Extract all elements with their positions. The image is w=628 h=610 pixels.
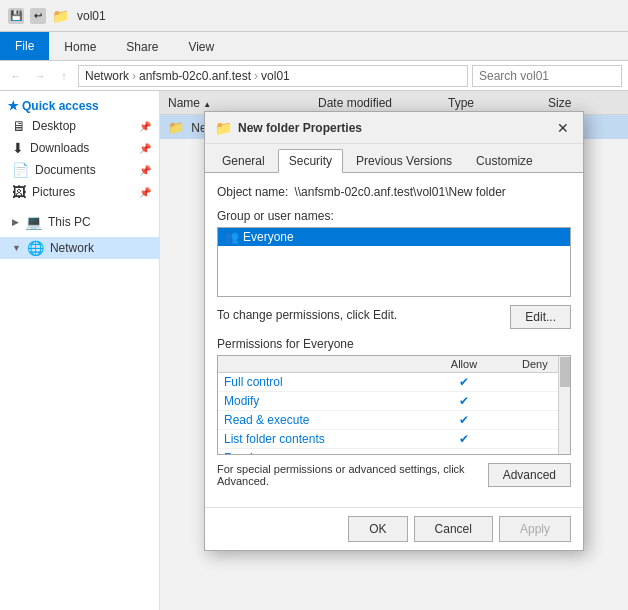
- group-users-label: Group or user names:: [217, 209, 571, 223]
- network-icon: 🌐: [27, 240, 44, 256]
- ribbon-tabs: File Home Share View: [0, 32, 628, 60]
- sidebar-thispc-label: This PC: [48, 215, 91, 229]
- pin-icon-documents: 📌: [139, 165, 151, 176]
- perm-allow-fullcontrol: ✔: [428, 373, 499, 392]
- table-row: Modify ✔: [218, 392, 570, 411]
- pin-icon-downloads: 📌: [139, 143, 151, 154]
- tab-home[interactable]: Home: [49, 32, 111, 60]
- sidebar-item-pictures[interactable]: 🖼 Pictures 📌: [0, 181, 159, 203]
- pin-icon-desktop: 📌: [139, 121, 151, 132]
- main-area: ✭ Quick access 🖥 Desktop 📌 ⬇ Downloads 📌…: [0, 91, 628, 610]
- sidebar-pictures-label: Pictures: [32, 185, 75, 199]
- edit-button[interactable]: Edit...: [510, 305, 571, 329]
- sidebar-item-network[interactable]: ▼ 🌐 Network: [0, 237, 159, 259]
- properties-dialog: 📁 New folder Properties ✕ General Securi…: [204, 111, 584, 551]
- perm-col-allow: Allow: [428, 356, 499, 373]
- check-icon: ✔: [459, 413, 469, 427]
- check-icon: ✔: [459, 375, 469, 389]
- tab-security[interactable]: Security: [278, 149, 343, 173]
- sidebar-network-label: Network: [50, 241, 94, 255]
- tab-view[interactable]: View: [173, 32, 229, 60]
- sidebar-group-quick-access: ✭ Quick access: [0, 95, 159, 115]
- tab-customize[interactable]: Customize: [465, 149, 544, 173]
- save-icon[interactable]: 💾: [8, 8, 24, 24]
- permissions-label: Permissions for Everyone: [217, 337, 571, 351]
- thispc-expand-icon: ▶: [12, 217, 19, 227]
- dialog-footer: OK Cancel Apply: [205, 507, 583, 550]
- dialog-overlay: 📁 New folder Properties ✕ General Securi…: [160, 91, 628, 610]
- apply-button[interactable]: Apply: [499, 516, 571, 542]
- perm-allow-listfolder: ✔: [428, 430, 499, 449]
- table-row: Full control ✔: [218, 373, 570, 392]
- sidebar-item-documents[interactable]: 📄 Documents 📌: [0, 159, 159, 181]
- window-title: vol01: [77, 9, 106, 23]
- user-item-label: Everyone: [243, 230, 294, 244]
- table-row: List folder contents ✔: [218, 430, 570, 449]
- tab-general[interactable]: General: [211, 149, 276, 173]
- dialog-titlebar: 📁 New folder Properties ✕: [205, 112, 583, 144]
- search-input[interactable]: [472, 65, 622, 87]
- perm-col-name: [218, 356, 428, 373]
- table-row: Read ✔: [218, 449, 570, 456]
- perm-name-modify: Modify: [218, 392, 428, 411]
- perm-name-readexecute: Read & execute: [218, 411, 428, 430]
- scrollbar-track[interactable]: [558, 356, 570, 454]
- desktop-icon: 🖥: [12, 118, 26, 134]
- permissions-section: Permissions for Everyone Allow Deny: [217, 337, 571, 487]
- dialog-folder-icon: 📁: [215, 120, 232, 136]
- address-part-network: Network: [85, 69, 129, 83]
- user-list-box[interactable]: 👥 Everyone: [217, 227, 571, 297]
- sidebar-item-downloads[interactable]: ⬇ Downloads 📌: [0, 137, 159, 159]
- title-bar-icons: 💾 ↩ 📁: [8, 8, 69, 24]
- undo-icon[interactable]: ↩: [30, 8, 46, 24]
- perm-allow-readexecute: ✔: [428, 411, 499, 430]
- dialog-close-button[interactable]: ✕: [553, 118, 573, 138]
- network-expand-icon: ▼: [12, 243, 21, 253]
- folder-title-icon: 📁: [52, 8, 69, 24]
- pictures-icon: 🖼: [12, 184, 26, 200]
- scrollbar-thumb: [560, 357, 570, 387]
- check-icon: ✔: [459, 394, 469, 408]
- tab-file[interactable]: File: [0, 32, 49, 60]
- cancel-button[interactable]: Cancel: [414, 516, 493, 542]
- perm-name-fullcontrol: Full control: [218, 373, 428, 392]
- sidebar-item-desktop[interactable]: 🖥 Desktop 📌: [0, 115, 159, 137]
- tab-previous-versions[interactable]: Previous Versions: [345, 149, 463, 173]
- nav-back[interactable]: ←: [6, 66, 26, 86]
- title-bar: 💾 ↩ 📁 vol01: [0, 0, 628, 32]
- permissions-table: Allow Deny Full control ✔: [218, 356, 570, 455]
- sidebar: ✭ Quick access 🖥 Desktop 📌 ⬇ Downloads 📌…: [0, 91, 160, 610]
- sidebar-desktop-label: Desktop: [32, 119, 76, 133]
- check-icon: ✔: [459, 451, 469, 455]
- nav-up[interactable]: ↑: [54, 66, 74, 86]
- perm-allow-read: ✔: [428, 449, 499, 456]
- perm-allow-modify: ✔: [428, 392, 499, 411]
- thispc-icon: 💻: [25, 214, 42, 230]
- edit-message: To change permissions, click Edit.: [217, 308, 397, 322]
- address-bar: ← → ↑ Network › anfsmb-02c0.anf.test › v…: [0, 61, 628, 91]
- object-name-label: Object name:: [217, 185, 288, 199]
- sidebar-item-thispc[interactable]: ▶ 💻 This PC: [0, 211, 159, 233]
- sidebar-documents-label: Documents: [35, 163, 96, 177]
- downloads-icon: ⬇: [12, 140, 24, 156]
- tab-share[interactable]: Share: [111, 32, 173, 60]
- perm-name-listfolder: List folder contents: [218, 430, 428, 449]
- permissions-table-wrapper: Allow Deny Full control ✔: [217, 355, 571, 455]
- quick-access-icon: ✭: [8, 99, 18, 113]
- documents-icon: 📄: [12, 162, 29, 178]
- special-permissions-row: For special permissions or advanced sett…: [217, 463, 571, 487]
- sidebar-downloads-label: Downloads: [30, 141, 89, 155]
- object-name-value: \\anfsmb-02c0.anf.test\vol01\New folder: [294, 185, 505, 199]
- advanced-button[interactable]: Advanced: [488, 463, 571, 487]
- ok-button[interactable]: OK: [348, 516, 407, 542]
- object-name-row: Object name: \\anfsmb-02c0.anf.test\vol0…: [217, 185, 571, 199]
- user-group-icon: 👥: [224, 230, 239, 244]
- nav-forward[interactable]: →: [30, 66, 50, 86]
- user-item-everyone[interactable]: 👥 Everyone: [218, 228, 570, 246]
- dialog-title: New folder Properties: [238, 121, 547, 135]
- table-row: Read & execute ✔: [218, 411, 570, 430]
- file-list: Name ▲ Date modified Type Size 📁 New fol…: [160, 91, 628, 610]
- address-path[interactable]: Network › anfsmb-02c0.anf.test › vol01: [78, 65, 468, 87]
- special-perm-text: For special permissions or advanced sett…: [217, 463, 488, 487]
- address-part-server: anfsmb-02c0.anf.test: [139, 69, 251, 83]
